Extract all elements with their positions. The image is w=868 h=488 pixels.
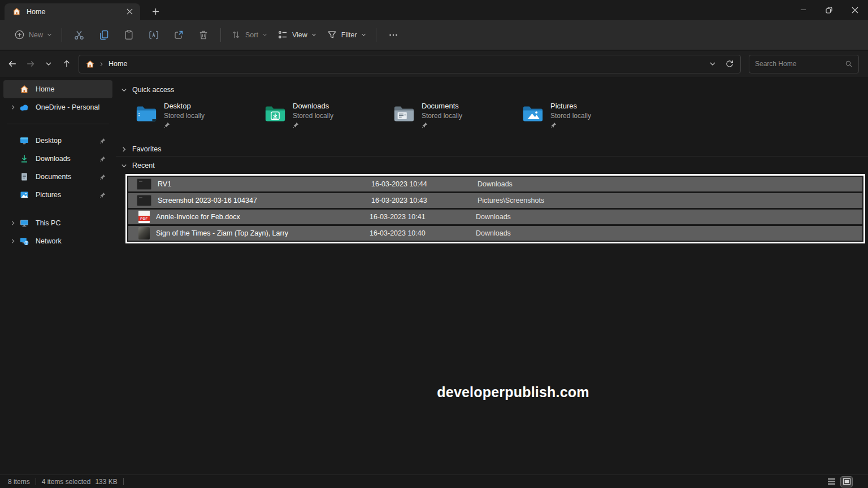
- card-subtitle: Stored locally: [422, 112, 462, 120]
- downloads-folder-icon: [264, 105, 286, 123]
- cut-button[interactable]: [67, 25, 92, 45]
- sidebar-label: OneDrive - Personal: [36, 103, 112, 111]
- file-date: 16-03-2023 10:41: [370, 213, 476, 221]
- recent-header[interactable]: Recent: [116, 160, 868, 171]
- tab-home[interactable]: Home: [5, 3, 140, 20]
- chevron-down-icon: [262, 32, 267, 37]
- quick-access-card-pictures[interactable]: Pictures Stored locally: [522, 101, 651, 132]
- share-icon: [173, 29, 184, 41]
- quick-access-card-desktop[interactable]: Desktop Stored locally: [136, 101, 264, 132]
- filter-button[interactable]: Filter: [322, 25, 371, 45]
- chevron-down-icon: [311, 32, 316, 37]
- new-button[interactable]: New: [9, 25, 57, 45]
- new-tab-button[interactable]: [148, 5, 163, 18]
- quick-access-header[interactable]: Quick access: [116, 84, 868, 95]
- file-row-screenshot[interactable]: Screenshot 2023-03-16 104347 16-03-2023 …: [128, 193, 862, 208]
- section-title: Quick access: [132, 86, 174, 94]
- toolbar-divider: [220, 28, 221, 42]
- quick-access-card-downloads[interactable]: Downloads Stored locally: [264, 101, 393, 132]
- up-button[interactable]: [58, 55, 76, 73]
- file-name: Sign of the Times - Ziam (Top Zayn), Lar…: [156, 229, 370, 237]
- chevron-down-icon: [47, 32, 52, 37]
- sidebar-item-desktop[interactable]: Desktop: [3, 132, 112, 150]
- pin-icon: [99, 192, 106, 198]
- toolbar-divider: [376, 28, 376, 42]
- file-date: 16-03-2023 10:44: [371, 180, 478, 188]
- expand-chevron-icon[interactable]: [7, 104, 19, 110]
- back-button[interactable]: [3, 55, 21, 73]
- file-name: Annie-Invoice for Feb.docx: [156, 213, 370, 221]
- status-bar: 8 items 4 items selected 133 KB: [0, 474, 868, 488]
- delete-button[interactable]: [191, 25, 216, 45]
- rename-button[interactable]: [141, 25, 166, 45]
- view-button[interactable]: View: [272, 25, 322, 45]
- address-dropdown-button[interactable]: [704, 56, 721, 72]
- sidebar-item-pictures[interactable]: Pictures: [3, 186, 112, 204]
- title-bar: Home: [0, 0, 868, 20]
- tab-close-icon[interactable]: [122, 6, 137, 18]
- documents-folder-icon: [393, 105, 415, 123]
- more-options-button[interactable]: [381, 25, 406, 45]
- card-title: Desktop: [164, 102, 205, 110]
- selection-count: 4 items selected: [42, 478, 91, 486]
- sidebar-divider: [7, 124, 109, 124]
- copy-button[interactable]: [92, 25, 116, 45]
- recent-locations-button[interactable]: [40, 55, 58, 73]
- file-location: Downloads: [478, 180, 862, 188]
- command-bar: New Sort View: [0, 20, 868, 50]
- pin-icon: [550, 122, 591, 128]
- address-bar[interactable]: Home: [79, 55, 741, 73]
- favorites-header[interactable]: Favorites: [116, 143, 868, 155]
- file-date: 16-03-2023 10:40: [370, 229, 476, 237]
- desktop-folder-icon: [136, 105, 157, 123]
- documents-icon: [19, 172, 29, 181]
- expand-chevron-icon[interactable]: [7, 220, 19, 226]
- sidebar-label: Downloads: [36, 155, 99, 163]
- sidebar-item-this-pc[interactable]: This PC: [3, 214, 112, 232]
- sort-button[interactable]: Sort: [225, 25, 272, 45]
- desktop-icon: [19, 136, 29, 145]
- content-pane: Quick access Desktop Stored locally: [116, 77, 868, 474]
- large-icons-view-button[interactable]: [841, 477, 852, 487]
- file-name: Screenshot 2023-03-16 104347: [158, 197, 371, 204]
- refresh-icon: [725, 59, 734, 68]
- card-subtitle: Stored locally: [164, 112, 205, 120]
- file-row-song[interactable]: Sign of the Times - Ziam (Top Zayn), Lar…: [128, 226, 862, 241]
- refresh-button[interactable]: [721, 56, 738, 72]
- sidebar-item-network[interactable]: Network: [3, 232, 112, 250]
- card-title: Downloads: [293, 102, 333, 110]
- quick-access-cards: Desktop Stored locally Downloads Stored …: [116, 101, 868, 132]
- expand-chevron-icon[interactable]: [7, 238, 19, 244]
- quick-access-card-documents[interactable]: Documents Stored locally: [393, 101, 522, 132]
- details-view-button[interactable]: [826, 477, 837, 487]
- sidebar-item-downloads[interactable]: Downloads: [3, 150, 112, 168]
- breadcrumb[interactable]: Home: [108, 60, 127, 68]
- section-title: Recent: [132, 162, 155, 169]
- sidebar-item-documents[interactable]: Documents: [3, 168, 112, 186]
- paste-button[interactable]: [116, 25, 141, 45]
- breadcrumb-chevron-icon: [99, 62, 104, 67]
- share-button[interactable]: [166, 25, 191, 45]
- new-label: New: [29, 31, 43, 39]
- sort-icon: [231, 29, 241, 40]
- forward-button[interactable]: [21, 55, 40, 73]
- sidebar-item-onedrive[interactable]: OneDrive - Personal: [3, 98, 112, 116]
- view-label: View: [292, 31, 307, 39]
- sidebar-label: Documents: [36, 173, 99, 181]
- status-divider: [36, 478, 36, 485]
- selected-files-highlight-box: RV1 16-03-2023 10:44 Downloads Screensho…: [125, 174, 865, 243]
- pdf-badge: PDF: [138, 216, 150, 221]
- filter-label: Filter: [341, 31, 357, 39]
- file-date: 16-03-2023 10:43: [371, 197, 478, 204]
- file-row-rv1[interactable]: RV1 16-03-2023 10:44 Downloads: [128, 177, 862, 191]
- restore-button[interactable]: [816, 0, 842, 20]
- chevron-down-icon: [121, 163, 127, 169]
- search-input[interactable]: [755, 60, 845, 68]
- sidebar-item-home[interactable]: Home: [3, 80, 112, 98]
- filter-icon: [327, 29, 337, 40]
- watermark-text: developerpublish.com: [158, 384, 868, 400]
- minimize-button[interactable]: [790, 0, 816, 20]
- downloads-icon: [19, 154, 29, 163]
- file-row-invoice[interactable]: PDF Annie-Invoice for Feb.docx 16-03-202…: [128, 210, 862, 224]
- close-button[interactable]: [842, 0, 868, 20]
